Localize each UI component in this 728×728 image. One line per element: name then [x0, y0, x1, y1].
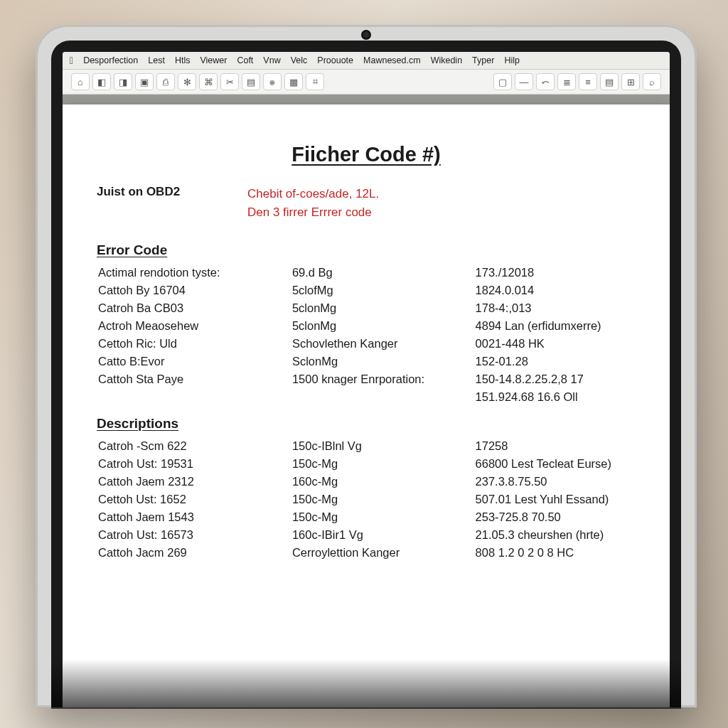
menu-item[interactable]: Htls [175, 55, 191, 65]
toolbar-button[interactable]: ✂ [220, 73, 239, 90]
table-cell: 5clonMg [291, 317, 474, 335]
table-cell [291, 388, 474, 406]
menu-item[interactable]: Hilp [504, 55, 520, 65]
laptop-frame:  DesporfectionLestHtlsViewerCoftVnwVelc… [36, 25, 697, 707]
table-row: Catto B:EvorSclonMg152-01.28 [97, 353, 636, 370]
table-cell: Cattoh Jaem 1543 [97, 508, 291, 526]
table-row: Cattoh Jaem 1543150c-Mg253-725.8 70.50 [97, 508, 636, 526]
table-cell: Cattoh By 16704 [97, 282, 291, 299]
table-cell: Cattoh Jaem 2312 [97, 473, 291, 491]
toolbar-button[interactable]: ▤ [242, 73, 260, 90]
table-cell: 150c-Mg [291, 455, 474, 473]
table-cell: 160c-Mg [291, 473, 474, 491]
toolbar-button[interactable]: ≡ [579, 73, 597, 90]
table-cell: 1500 knager Enrporation: [291, 370, 474, 388]
toolbar-button[interactable]: ⎙ [156, 73, 175, 90]
table-cell: Catroh -Scm 622 [97, 437, 291, 455]
table-row: Cattoh Jacm 269Cerroylettion Kanger808 1… [97, 544, 636, 562]
table-row: Cattoh By 167045clofMg1824.0.014 [97, 282, 636, 299]
toolbar-button[interactable]: ◧ [92, 73, 111, 90]
table-cell: 1824.0.014 [474, 282, 636, 299]
meta-block: Juist on OBD2 Chebit of-coes/ade, 12L. D… [97, 185, 636, 221]
meta-red-line-1: Chebit of-coes/ade, 12L. [247, 185, 636, 203]
table-cell: Actimal rendotion tyste: [97, 264, 291, 282]
table-cell: Cerroylettion Kanger [291, 544, 474, 562]
table-cell: 66800 Lest Tecleat Eurse) [474, 455, 636, 473]
table-cell: 173./12018 [474, 264, 636, 282]
table-cell: Cattoh Jacm 269 [97, 544, 291, 562]
menu-item[interactable]: Mawnesed.cm [363, 55, 421, 65]
table-cell: 4894 Lan (erfidumxerre) [474, 317, 636, 335]
meta-label: Juist on OBD2 [97, 185, 232, 221]
error-code-table: Actimal rendotion tyste:69.d Bg173./1201… [97, 264, 636, 406]
table-row: Catroh -Scm 622150c-IBlnl Vg17258 [97, 437, 636, 455]
toolbar-button[interactable]: ◨ [114, 73, 132, 90]
section-descriptions: Descriptions [97, 416, 636, 432]
toolbar-button[interactable]: ⌕ [643, 73, 661, 90]
table-cell: 150-14.8.2.25.2,8 17 [474, 370, 636, 388]
table-row: Cettoh Ust: 1652150c-Mg507.01 Lest Yuhl … [97, 491, 636, 508]
menu-item[interactable]: Coft [237, 55, 253, 65]
toolbar-button[interactable]: ⊞ [621, 73, 640, 90]
toolbar-button[interactable]: ▢ [493, 73, 512, 90]
meta-redlines: Chebit of-coes/ade, 12L. Den 3 firrer Er… [247, 185, 636, 221]
page-title: Fiicher Code #) [97, 143, 636, 166]
menu-item[interactable]: Typer [472, 55, 494, 65]
screen:  DesporfectionLestHtlsViewerCoftVnwVelc… [63, 52, 670, 707]
meta-red-line-2: Den 3 firrer Errrer code [247, 203, 636, 222]
toolbar-button[interactable]: ▣ [135, 73, 154, 90]
table-cell: Catroh Ust: 19531 [97, 455, 291, 473]
menu-item[interactable]: Velc [291, 55, 308, 65]
menu-item[interactable]: Viewer [200, 55, 227, 65]
toolbar-button[interactable]: ⌗ [306, 73, 324, 90]
table-cell: Cettoh Ric: Uld [97, 335, 291, 353]
table-cell: 808 1.2 0 2 0 8 HC [474, 544, 636, 562]
table-cell: 5clonMg [291, 299, 474, 317]
table-row: Cattoh Sta Paye1500 knager Enrporation:1… [97, 370, 636, 388]
toolbar-button[interactable]: ⤺ [536, 73, 555, 90]
table-cell: 150c-Mg [291, 508, 474, 526]
table-cell: 253-725.8 70.50 [474, 508, 636, 526]
menu-item[interactable]: Wikedin [431, 55, 462, 65]
menu-item[interactable]: Vnw [263, 55, 280, 65]
menu-item[interactable]: Lest [148, 55, 165, 65]
toolbar-button[interactable]: ≣ [557, 73, 576, 90]
table-row: Cettoh Ric: UldSchovlethen Kanger0021-44… [97, 335, 636, 353]
menu-item[interactable]: Desporfection [83, 55, 138, 65]
table-row: Actimal rendotion tyste:69.d Bg173./1201… [97, 264, 636, 282]
table-row: Catroh Ust: 16573160c-IBir1 Vg21.05.3 ch… [97, 526, 636, 544]
table-cell: 237.3.8.75.50 [474, 473, 636, 491]
table-cell: 151.924.68 16.6 Oll [474, 388, 636, 406]
table-cell: Catroh Ust: 16573 [97, 526, 291, 544]
toolbar-button[interactable]: ⌘ [199, 73, 218, 90]
webcam [363, 31, 370, 38]
table-cell: Cettoh Ust: 1652 [97, 491, 291, 508]
toolbar-button[interactable]: ⎈ [263, 73, 282, 90]
toolbar: ⌂◧◨▣⎙✻⌘✂▤⎈▦⌗ ▢—⤺≣≡▤⊞⌕ [63, 70, 670, 95]
menubar:  DesporfectionLestHtlsViewerCoftVnwVelc… [63, 52, 670, 70]
table-cell: Actroh Meaosehew [97, 317, 291, 335]
toolbar-button[interactable]: ⌂ [71, 73, 90, 90]
screen-bezel:  DesporfectionLestHtlsViewerCoftVnwVelc… [51, 41, 681, 707]
table-cell: 17258 [474, 437, 636, 455]
table-cell: 21.05.3 cheurshen (hrte) [474, 526, 636, 544]
table-cell: 160c-IBir1 Vg [291, 526, 474, 544]
document-page: Fiicher Code #) Juist on OBD2 Chebit of-… [63, 105, 670, 707]
toolbar-button[interactable]: ▤ [600, 73, 619, 90]
table-cell: 69.d Bg [291, 264, 474, 282]
toolbar-button[interactable]: ✻ [178, 73, 196, 90]
toolbar-button[interactable]: — [515, 73, 533, 90]
descriptions-table: Catroh -Scm 622150c-IBlnl Vg17258Catroh … [97, 437, 636, 562]
table-cell: 178-4:,013 [474, 299, 636, 317]
table-cell: Catroh Ba CB03 [97, 299, 291, 317]
apple-menu-icon[interactable]:  [70, 55, 73, 65]
table-cell: Schovlethen Kanger [291, 335, 474, 353]
document-canvas: Fiicher Code #) Juist on OBD2 Chebit of-… [63, 95, 670, 707]
table-cell: 507.01 Lest Yuhl Essand) [474, 491, 636, 508]
menu-item[interactable]: Proouote [317, 55, 353, 65]
section-error-code: Error Code [97, 242, 636, 258]
table-cell: 150c-IBlnl Vg [291, 437, 474, 455]
table-row: Actroh Meaosehew5clonMg4894 Lan (erfidum… [97, 317, 636, 335]
table-cell: 5clofMg [291, 282, 474, 299]
toolbar-button[interactable]: ▦ [284, 73, 303, 90]
